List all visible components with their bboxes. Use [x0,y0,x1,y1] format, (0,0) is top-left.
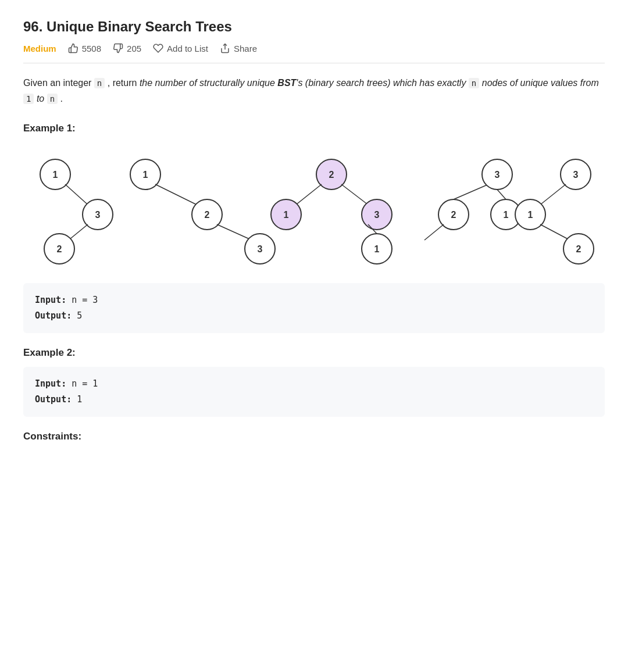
svg-line-14 [217,224,252,240]
svg-text:2: 2 [576,244,581,254]
example-2-section: Example 2: Input: n = 1 Output: 1 [23,347,605,417]
problem-title: 96. Unique Binary Search Trees [23,19,605,35]
problem-description: Given an integer n , return the number o… [23,75,605,106]
svg-text:2: 2 [205,210,210,220]
share-icon [220,43,230,53]
svg-text:3: 3 [95,210,101,220]
svg-text:1: 1 [504,210,509,220]
thumbs-up-icon [68,43,78,53]
svg-text:3: 3 [374,210,380,220]
svg-text:3: 3 [495,170,500,180]
svg-text:1: 1 [143,170,148,180]
svg-text:1: 1 [284,210,289,220]
bst-diagram: 1 3 2 1 2 3 2 1 [23,142,605,278]
svg-text:1: 1 [53,170,58,180]
svg-text:3: 3 [573,170,579,180]
example-1-block: Input: n = 3 Output: 5 [23,283,605,333]
meta-row: Medium 5508 205 Add to List Share [23,43,605,63]
example-2-block: Input: n = 1 Output: 1 [23,367,605,417]
example-2-title: Example 2: [23,347,605,359]
svg-text:1: 1 [528,210,533,220]
share-button[interactable]: Share [220,43,257,53]
constraints-title: Constraints: [23,431,605,442]
difficulty-badge: Medium [23,44,56,53]
thumbs-down-icon [113,43,123,53]
svg-line-11 [155,184,198,205]
svg-line-36 [497,190,506,199]
heart-icon [153,43,163,53]
svg-line-22 [341,184,369,205]
svg-line-42 [540,224,570,240]
dislikes-button[interactable]: 205 [113,43,141,53]
svg-line-39 [540,184,566,205]
svg-line-6 [69,224,88,240]
example-1-section: Example 1: 1 3 2 1 2 3 [23,123,605,333]
svg-text:2: 2 [57,244,62,254]
svg-line-33 [424,224,444,240]
svg-line-30 [454,184,488,199]
add-to-list-button[interactable]: Add to List [153,43,208,53]
example-1-title: Example 1: [23,123,605,134]
bst-trees-svg: 1 3 2 1 2 3 2 1 [23,142,605,276]
svg-text:3: 3 [258,244,263,254]
svg-text:2: 2 [451,210,456,220]
svg-text:1: 1 [374,244,380,254]
svg-line-3 [65,184,88,205]
likes-button[interactable]: 5508 [68,43,101,53]
constraints-section: Constraints: [23,431,605,442]
svg-text:2: 2 [329,170,334,180]
svg-line-19 [295,184,322,205]
